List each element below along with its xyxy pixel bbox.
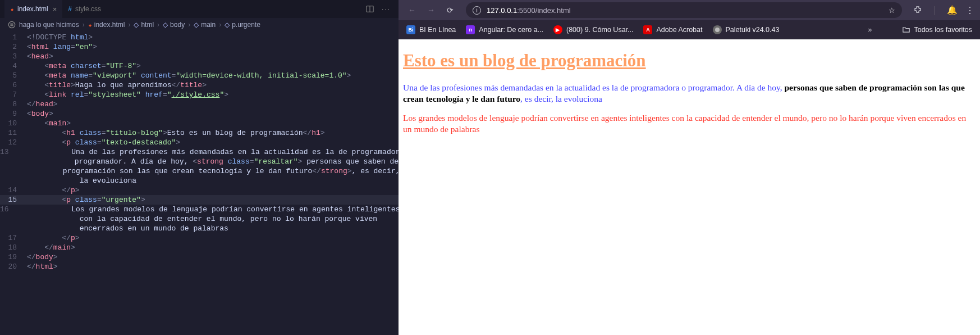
editor-tab-style-css[interactable]: #style.css	[62, 0, 107, 18]
code-line[interactable]: 9<body>	[0, 109, 399, 119]
split-editor-icon[interactable]	[366, 5, 374, 13]
url-bar[interactable]: i 127.0.0.1:5500/index.html ☆	[466, 2, 902, 18]
code-line[interactable]: 17 </p>	[0, 233, 399, 243]
bookmark-bi[interactable]: BiBI En Línea	[406, 25, 456, 34]
bookmark-ad[interactable]: AAdobe Acrobat	[643, 25, 702, 34]
line-number: 2	[0, 42, 27, 52]
code-content: <body>	[27, 109, 53, 119]
bookmark-ng[interactable]: nAngular: De cero a...	[466, 25, 543, 34]
code-line[interactable]: con la capacidad de entender el mundo, p…	[0, 214, 399, 224]
code-content: </html>	[27, 262, 58, 271]
code-line[interactable]: 3<head>	[0, 52, 399, 61]
paragraph-text: Una de las profesiones más demandadas en…	[403, 83, 784, 92]
line-number	[0, 157, 22, 166]
line-number: 4	[0, 61, 27, 71]
code-line[interactable]: 15 <p class="urgente">	[0, 195, 399, 205]
forward-button[interactable]: →	[423, 2, 439, 18]
code-editor[interactable]: 1<!DOCTYPE html>2<html lang="en">3<head>…	[0, 31, 399, 335]
browser-toolbar: ← → ⟳ i 127.0.0.1:5500/index.html ☆ ｜ 🔔 …	[399, 0, 980, 20]
code-line[interactable]: 10 <main>	[0, 119, 399, 128]
breadcrumb-file[interactable]: ⬥index.html	[88, 21, 125, 29]
code-line[interactable]: 20</html>	[0, 262, 399, 271]
editor-tab-index-html[interactable]: ⬥index.html×	[4, 0, 62, 18]
css-file-icon: #	[68, 5, 72, 13]
back-button[interactable]: ←	[404, 2, 420, 18]
line-number	[0, 224, 27, 233]
paragraph-urgente: Los grandes modelos de lenguaje podrían …	[403, 112, 976, 135]
code-content: Una de las profesiones más demandadas en…	[19, 147, 413, 157]
close-tab-icon[interactable]: ×	[53, 5, 57, 13]
code-line[interactable]: la evoluciona	[0, 176, 399, 185]
line-number: 9	[0, 109, 27, 119]
breadcrumb-menu-icon[interactable]	[8, 21, 16, 29]
code-line[interactable]: programación son las que crean tecnologí…	[0, 166, 399, 176]
bookmark-label: BI En Línea	[419, 26, 456, 34]
vscode-editor-pane: ⬥index.html×#style.css ··· haga lo que h…	[0, 0, 399, 335]
breadcrumb-html[interactable]: ◇html	[134, 21, 154, 29]
code-line[interactable]: 6 <title>Haga lo que aprendimos</title>	[0, 80, 399, 90]
code-line[interactable]: 4 <meta charset="UTF-8">	[0, 61, 399, 71]
breadcrumb-p-urgente[interactable]: ◇p.urgente	[225, 21, 260, 29]
code-content: con la capacidad de entender el mundo, p…	[27, 214, 377, 224]
code-content: </body>	[27, 252, 58, 262]
code-content: <main>	[27, 119, 71, 128]
notifications-icon[interactable]: 🔔	[947, 5, 958, 15]
line-number: 14	[0, 185, 27, 195]
code-content: <p class="texto-destacado">	[27, 138, 180, 147]
code-line[interactable]: 18 </main>	[0, 243, 399, 252]
line-number: 12	[0, 138, 27, 147]
code-line[interactable]: encerrados en un mundo de palabras	[0, 224, 399, 233]
bookmarks-bar: BiBI En LíneanAngular: De cero a...▶(800…	[399, 20, 980, 39]
line-number: 1	[0, 33, 27, 42]
extensions-icon[interactable]	[913, 6, 922, 15]
line-number: 6	[0, 80, 27, 90]
chevron-right-icon: ›	[128, 21, 130, 29]
menu-icon[interactable]: ⋮	[965, 5, 974, 16]
line-number	[0, 176, 27, 185]
code-content: programador. A día de hoy, <strong class…	[22, 157, 399, 166]
bookmark-star-icon[interactable]: ☆	[889, 6, 895, 15]
code-line[interactable]: 19</body>	[0, 252, 399, 262]
more-actions-icon[interactable]: ···	[382, 5, 391, 13]
tab-label: index.html	[17, 5, 48, 13]
code-line[interactable]: 8</head>	[0, 99, 399, 109]
breadcrumb-body[interactable]: ◇body	[163, 21, 185, 29]
paragraph-text: , es decir, la evoluciona	[520, 94, 602, 103]
code-line[interactable]: 5 <meta name="viewport" content="width=d…	[0, 71, 399, 80]
code-line[interactable]: 11 <h1 class="titulo-blog">Esto es un bl…	[0, 128, 399, 138]
bookmark-pl[interactable]: Paletuki v24.0.43	[713, 25, 780, 34]
ad-favicon: A	[643, 25, 652, 34]
code-line[interactable]: 2<html lang="en">	[0, 42, 399, 52]
all-bookmarks-button[interactable]: Todos los favoritos	[902, 25, 972, 34]
code-content: la evoluciona	[27, 176, 136, 185]
line-number	[0, 214, 27, 224]
reload-button[interactable]: ⟳	[442, 2, 458, 18]
bookmarks-overflow-icon[interactable]: »	[868, 25, 872, 34]
code-content: Los grandes modelos de lenguaje podrían …	[19, 205, 400, 214]
bookmark-label: Adobe Acrobat	[656, 26, 702, 34]
code-line[interactable]: programador. A día de hoy, <strong class…	[0, 157, 399, 166]
breadcrumb-root[interactable]: haga lo que hicimos	[19, 21, 79, 29]
editor-breadcrumbs[interactable]: haga lo que hicimos › ⬥index.html › ◇htm…	[0, 18, 399, 31]
site-info-icon[interactable]: i	[473, 6, 481, 15]
page-title: Esto es un blog de programación	[403, 51, 976, 71]
page-viewport: Esto es un blog de programación Una de l…	[399, 39, 980, 335]
breadcrumb-main[interactable]: ◇main	[194, 21, 216, 29]
tab-label: style.css	[75, 5, 101, 13]
chevron-right-icon: ›	[157, 21, 159, 29]
line-number: 3	[0, 52, 27, 61]
code-line[interactable]: 7 <link rel="stylesheet" href="./style.c…	[0, 90, 399, 99]
line-number: 11	[0, 128, 27, 138]
code-content: </main>	[27, 243, 75, 252]
bookmark-yt[interactable]: ▶(800) 9. Cómo Usar...	[553, 25, 634, 34]
code-line[interactable]: 1<!DOCTYPE html>	[0, 33, 399, 42]
html-file-icon: ⬥	[10, 5, 14, 13]
code-line[interactable]: 13 Una de las profesiones más demandadas…	[0, 147, 399, 157]
line-number: 18	[0, 243, 27, 252]
code-line[interactable]: 12 <p class="texto-destacado">	[0, 138, 399, 147]
browser-pane: ← → ⟳ i 127.0.0.1:5500/index.html ☆ ｜ 🔔 …	[399, 0, 980, 335]
code-content: <h1 class="titulo-blog">Esto es un blog …	[27, 128, 325, 138]
code-line[interactable]: 16 Los grandes modelos de lenguaje podrí…	[0, 205, 399, 214]
code-line[interactable]: 14 </p>	[0, 185, 399, 195]
code-content: <head>	[27, 52, 53, 61]
